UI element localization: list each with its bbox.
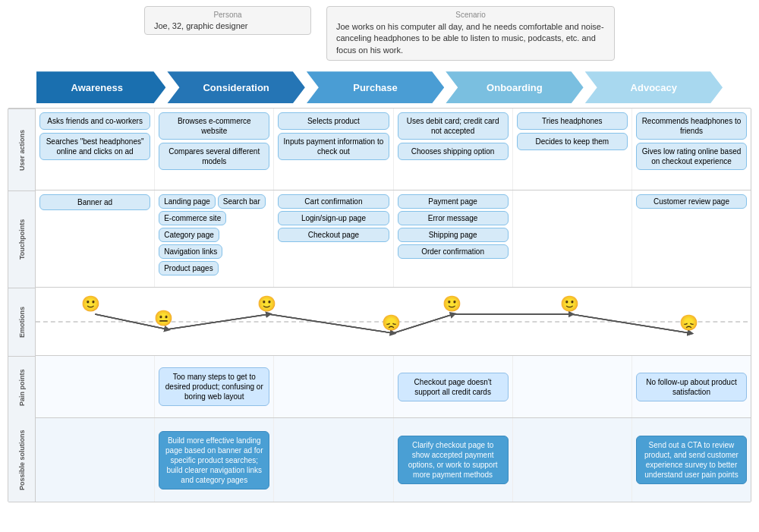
touchpoints-row: Banner ad Landing page Search bar E-comm…	[36, 190, 751, 288]
main-container: { "top": { "persona_label": "Persona", "…	[0, 0, 759, 532]
smiley-consideration: 😐	[154, 309, 173, 327]
scenario-box: Scenario Joe works on his computer all d…	[326, 6, 615, 61]
row-label-solutions: Possible solutions	[8, 418, 35, 502]
card: Decides to keep them	[517, 133, 628, 150]
card: Browses e-commerce website	[159, 112, 269, 140]
tp-awareness: Banner ad	[36, 190, 155, 287]
smiley-purchase: 🙂	[257, 294, 276, 313]
card: Asks friends and co-workers	[39, 112, 150, 130]
card: Recommends headphones to friends	[636, 112, 747, 140]
pain-card: No follow-up about product satisfaction	[636, 373, 747, 401]
card: Cart confirmation	[278, 194, 389, 209]
ua-purchase: Selects product Inputs payment informati…	[274, 109, 393, 190]
card: Selects product	[278, 112, 389, 130]
ua-advocacy: Recommends headphones to friends Gives l…	[632, 109, 751, 190]
card: Login/sign-up page	[278, 211, 389, 225]
card: Searches "best headphones" online and cl…	[39, 133, 150, 160]
pain-consideration: Too many steps to get to desired product…	[155, 356, 274, 417]
card: Error message	[398, 211, 509, 225]
card: Shipping page	[398, 228, 509, 242]
svg-line-5	[393, 314, 453, 333]
solution-consideration: Build more effective landing page based …	[155, 418, 274, 502]
pain-advocacy: No follow-up about product satisfaction	[632, 356, 751, 417]
scenario-label: Scenario	[336, 11, 605, 19]
solution-card: Clarify checkout page to show accepted p…	[398, 436, 509, 484]
smiley-onboarding-sad: 😞	[382, 313, 401, 332]
ua-onboarding2: Tries headphones Decides to keep them	[513, 109, 632, 190]
row-label-user-actions: User actions	[8, 109, 35, 190]
pain-card: Too many steps to get to desired product…	[159, 367, 269, 406]
tp-consideration: Landing page Search bar E-commerce site …	[155, 190, 274, 287]
card: Navigation links	[159, 244, 222, 259]
ua-consideration: Browses e-commerce website Compares seve…	[155, 109, 274, 190]
row-label-emotions: Emotions	[8, 288, 35, 356]
card: Gives low rating online based on checkou…	[636, 143, 747, 170]
card: Inputs payment information to check out	[278, 133, 389, 160]
smiley-onboarding: 🙂	[442, 294, 461, 313]
persona-label: Persona	[154, 11, 301, 19]
card: Order confirmation	[398, 244, 509, 259]
user-actions-row: Asks friends and co-workers Searches "be…	[36, 109, 751, 190]
card: Product pages	[159, 261, 219, 275]
svg-line-4	[269, 314, 393, 333]
card: Category page	[159, 228, 219, 242]
card: Tries headphones	[517, 112, 628, 130]
tp-advocacy: Customer review page	[632, 190, 751, 287]
pain-card: Checkout page doesn't support all credit…	[398, 373, 509, 401]
phase-awareness: Awareness	[36, 71, 165, 103]
ua-onboarding: Uses debit card; credit card not accepte…	[394, 109, 513, 190]
card: Customer review page	[636, 194, 747, 209]
svg-line-3	[168, 314, 269, 329]
solution-card: Build more effective landing page based …	[159, 431, 269, 490]
persona-box: Persona Joe, 32, graphic designer	[144, 6, 311, 35]
solution-advocacy: Send out a CTA to review product, and se…	[632, 418, 751, 502]
solution-onboarding: Clarify checkout page to show accepted p…	[394, 418, 513, 502]
persona-content: Joe, 32, graphic designer	[154, 21, 301, 30]
pain-onboarding: Checkout page doesn't support all credit…	[394, 356, 513, 417]
card: Landing page	[159, 194, 216, 209]
card: Payment page	[398, 194, 509, 209]
card: Search bar	[218, 194, 266, 209]
card: Checkout page	[278, 228, 389, 242]
row-label-touchpoints: Touchpoints	[8, 190, 35, 288]
phase-advocacy: Advocacy	[585, 71, 723, 103]
card: E-commerce site	[159, 211, 226, 225]
phase-consideration: Consideration	[167, 71, 304, 103]
emotions-row: 🙂 😐 🙂 😞 🙂 🙂 😞	[36, 288, 751, 356]
tp-onboarding2	[513, 190, 632, 287]
row-label-pain: Pain points	[8, 356, 35, 418]
solution-card: Send out a CTA to review product, and se…	[636, 436, 747, 484]
tp-onboarding: Payment page Error message Shipping page…	[394, 190, 513, 287]
smiley-awareness: 🙂	[81, 294, 100, 313]
scenario-content: Joe works on his computer all day, and h…	[336, 21, 605, 56]
smiley-advocacy: 🙂	[560, 294, 579, 313]
smiley-advocacy-sad: 😞	[679, 313, 698, 332]
card: Banner ad	[39, 194, 150, 210]
tp-purchase: Cart confirmation Login/sign-up page Che…	[274, 190, 393, 287]
card: Compares several different models	[159, 143, 269, 170]
phase-onboarding: Onboarding	[446, 71, 583, 103]
pain-row: Too many steps to get to desired product…	[36, 356, 751, 418]
ua-awareness: Asks friends and co-workers Searches "be…	[36, 109, 155, 190]
svg-line-7	[572, 314, 691, 333]
solutions-row: Build more effective landing page based …	[36, 418, 751, 502]
phase-purchase: Purchase	[307, 71, 444, 103]
card: Uses debit card; credit card not accepte…	[398, 112, 509, 140]
card: Chooses shipping option	[398, 143, 509, 160]
